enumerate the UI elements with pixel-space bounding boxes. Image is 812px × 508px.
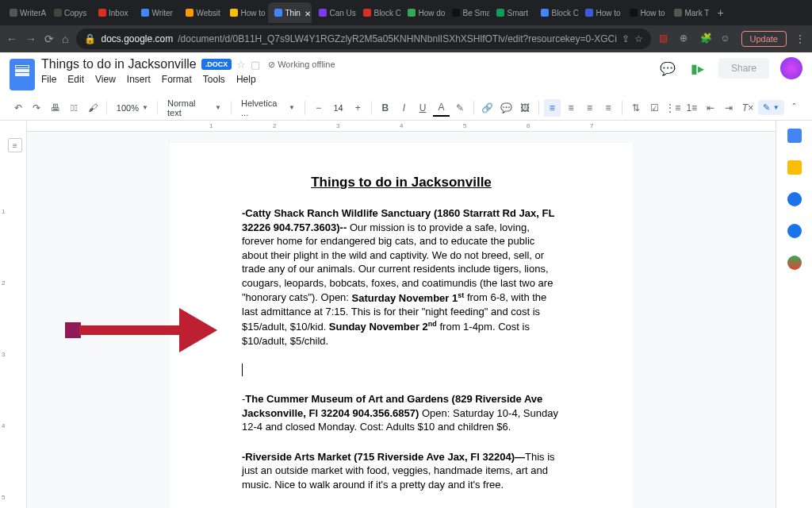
extensions-icon[interactable]: 🧩 <box>700 33 713 45</box>
reload-icon[interactable]: ⟳ <box>44 33 54 45</box>
profile-icon[interactable]: ☺ <box>721 33 733 45</box>
contacts-icon[interactable] <box>787 224 802 238</box>
browser-tab-strip: WriterA Copys Inbox Writer Websit How to… <box>0 0 812 25</box>
home-icon[interactable]: ⌂ <box>62 33 68 45</box>
menu-tools[interactable]: Tools <box>203 74 225 85</box>
browser-tab[interactable]: Inbox <box>92 2 134 23</box>
docs-logo-icon[interactable] <box>10 59 35 90</box>
account-avatar[interactable] <box>780 57 802 79</box>
new-tab-button[interactable]: + <box>712 6 728 19</box>
browser-tab[interactable]: Mark T <box>668 2 711 23</box>
paragraph: -The Cummer Museum of Art and Gardens (8… <box>242 392 561 434</box>
increase-indent-icon[interactable]: ⇥ <box>721 99 738 117</box>
extension-icon[interactable]: ▧ <box>659 33 672 45</box>
browser-tab[interactable]: Be Sma <box>446 2 489 23</box>
close-icon[interactable]: ✕ <box>304 10 311 16</box>
align-left-icon[interactable]: ≡ <box>544 99 561 117</box>
font-size-input[interactable]: 14 <box>329 99 348 117</box>
paragraph: -Catty Shack Ranch Wildlife Sanctuary (1… <box>242 206 561 348</box>
checklist-icon[interactable]: ☑ <box>645 99 663 117</box>
maps-icon[interactable] <box>787 256 802 270</box>
browser-tab[interactable]: Block C <box>357 2 400 23</box>
increase-font-icon[interactable]: + <box>350 99 367 117</box>
menu-bar: File Edit View Insert Format Tools Help <box>41 71 652 85</box>
spellcheck-icon[interactable]: Ａ̲ <box>66 99 83 117</box>
menu-view[interactable]: View <box>95 74 116 85</box>
browser-tab[interactable]: Writer <box>135 2 178 23</box>
outline-toggle-icon[interactable]: ≡ <box>8 138 22 152</box>
star-icon[interactable]: ☆ <box>634 33 643 44</box>
collapse-toolbar-icon[interactable]: ˆ <box>786 99 803 117</box>
menu-icon[interactable]: ⋮ <box>795 33 806 45</box>
menu-edit[interactable]: Edit <box>67 74 84 85</box>
browser-tab[interactable]: Websit <box>179 2 223 23</box>
italic-icon[interactable]: I <box>396 99 413 117</box>
print-icon[interactable]: 🖶 <box>47 99 64 117</box>
forward-icon[interactable]: → <box>25 33 36 45</box>
update-button[interactable]: Update <box>741 31 787 47</box>
star-icon[interactable]: ☆ <box>236 59 246 71</box>
decrease-indent-icon[interactable]: ⇤ <box>702 99 719 117</box>
browser-tab[interactable]: Copys <box>48 2 91 23</box>
browser-tab[interactable]: Can Us <box>312 2 356 23</box>
extension-icon[interactable]: ⊕ <box>680 33 692 45</box>
meet-icon[interactable]: ▮▸ <box>688 59 707 78</box>
align-justify-icon[interactable]: ≡ <box>599 99 617 117</box>
zoom-select[interactable]: 100%▼ <box>112 99 152 117</box>
page[interactable]: Things to do in Jacksonville -Catty Shac… <box>170 143 632 508</box>
share-button[interactable]: Share <box>718 58 769 79</box>
calendar-icon[interactable] <box>787 129 802 143</box>
document-canvas[interactable]: Things to do in Jacksonville -Catty Shac… <box>27 121 776 508</box>
highlight-icon[interactable]: ✎ <box>451 99 469 117</box>
tasks-icon[interactable] <box>787 192 802 206</box>
menu-format[interactable]: Format <box>162 74 192 85</box>
page-title: Things to do in Jacksonville <box>242 175 561 190</box>
text-cursor <box>242 364 561 376</box>
keep-icon[interactable] <box>787 160 802 175</box>
side-panel <box>776 121 812 508</box>
docs-app: Things to do in Jacksonville .DOCX ☆ ▢ ⊘… <box>0 52 812 508</box>
canvas-area: ≡ 1 2 3 4 5 1 2 3 4 5 6 7 Things to do i… <box>0 121 812 508</box>
paint-format-icon[interactable]: 🖌 <box>84 99 102 117</box>
browser-address-bar: ← → ⟳ ⌂ 🔒 docs.google.com/document/d/0B1… <box>0 25 812 52</box>
add-comment-icon[interactable]: 💬 <box>497 99 515 117</box>
menu-help[interactable]: Help <box>236 74 256 85</box>
menu-insert[interactable]: Insert <box>127 74 151 85</box>
browser-tab[interactable]: How do <box>401 2 445 23</box>
back-icon[interactable]: ← <box>6 33 17 45</box>
insert-link-icon[interactable]: 🔗 <box>479 99 496 117</box>
font-select[interactable]: Helvetica ...▼ <box>236 99 300 117</box>
paragraph: -Riverside Arts Market (715 Riverside Av… <box>242 450 561 492</box>
vertical-ruler: ≡ 1 2 3 4 5 <box>0 121 27 508</box>
insert-image-icon[interactable]: 🖼 <box>516 99 534 117</box>
browser-tab[interactable]: How to <box>224 2 267 23</box>
clear-format-icon[interactable]: T× <box>739 99 756 117</box>
text-color-icon[interactable]: A <box>433 99 450 117</box>
undo-icon[interactable]: ↶ <box>10 99 27 117</box>
document-title[interactable]: Things to do in Jacksonville <box>41 57 197 71</box>
cloud-off-icon: ⊘ <box>268 60 275 70</box>
numbered-list-icon[interactable]: 1≡ <box>684 99 701 117</box>
docx-badge: .DOCX <box>201 59 232 70</box>
align-right-icon[interactable]: ≡ <box>581 99 599 117</box>
menu-file[interactable]: File <box>41 74 56 85</box>
browser-tab[interactable]: Smart <box>490 2 534 23</box>
editing-mode-button[interactable]: ✎ ▼ <box>758 100 784 115</box>
decrease-font-icon[interactable]: − <box>310 99 327 117</box>
bullet-list-icon[interactable]: ⋮≡ <box>665 99 682 117</box>
bold-icon[interactable]: B <box>377 99 394 117</box>
browser-tab-active[interactable]: Thin✕ <box>268 2 312 23</box>
align-center-icon[interactable]: ≡ <box>562 99 580 117</box>
underline-icon[interactable]: U <box>414 99 431 117</box>
move-icon[interactable]: ▢ <box>251 59 260 71</box>
line-spacing-icon[interactable]: ⇅ <box>627 99 645 117</box>
url-input[interactable]: 🔒 docs.google.com/document/d/0B11H_Q7s9L… <box>76 29 650 49</box>
share-url-icon[interactable]: ⇪ <box>622 33 630 44</box>
browser-tab[interactable]: How to <box>623 2 667 23</box>
browser-tab[interactable]: Block C <box>534 2 578 23</box>
browser-tab[interactable]: WriterA <box>3 2 47 23</box>
browser-tab[interactable]: How to <box>579 2 622 23</box>
redo-icon[interactable]: ↷ <box>29 99 46 117</box>
comment-history-icon[interactable]: 💬 <box>658 59 677 78</box>
style-select[interactable]: Normal text▼ <box>163 99 226 117</box>
